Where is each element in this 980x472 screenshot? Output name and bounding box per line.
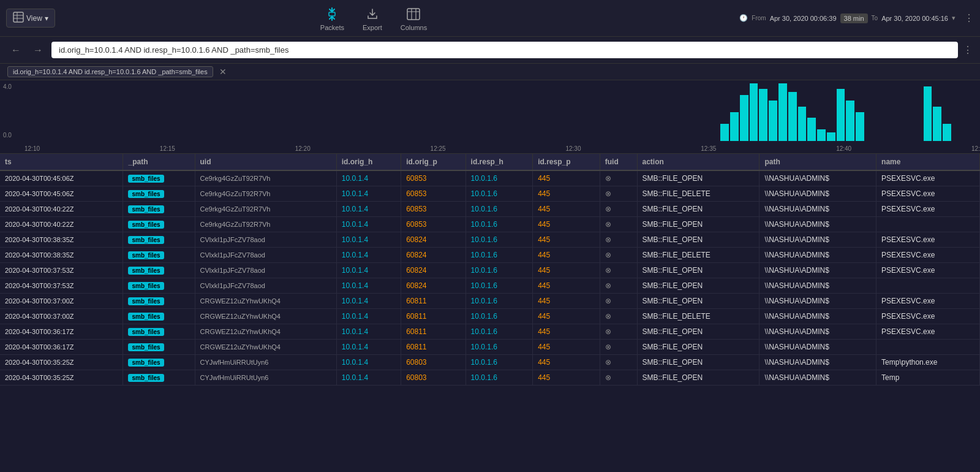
cell-spath: \\NASHUA\ADMIN$ [760,248,876,263]
duration-badge: 38 min [840,13,868,23]
col-header-resp-p[interactable]: id.resp_p [533,154,600,170]
export-button[interactable]: Export [363,6,382,31]
to-time: Apr 30, 2020 00:45:16 [881,15,948,22]
table-header-row: ts _path uid id.orig_h id.orig_p id.resp… [0,154,980,170]
cell-uid: Ce9rkg4GzZuT92R7Vh [195,186,336,202]
filter-close-button[interactable]: ✕ [217,67,229,77]
columns-icon [405,6,422,23]
cell-action: SMB::FILE_OPEN [637,355,760,370]
cell-name: PSEXESVC.exe [876,309,980,324]
table-row[interactable]: 2020-04-30T00:37:00Z smb_files CRGWEZ12u… [0,309,980,324]
cell-resp-h: 10.0.1.6 [466,170,533,186]
cell-resp-p: 445 [533,294,600,309]
col-header-uid[interactable]: uid [195,154,336,170]
cell-resp-p: 445 [533,370,600,386]
col-header-orig-p[interactable]: id.orig_p [401,154,466,170]
search-input[interactable] [51,42,958,58]
cell-ts: 2020-04-30T00:40:22Z [0,202,123,217]
col-header-path2[interactable]: path [760,154,876,170]
from-label: From [752,15,766,21]
cell-path: smb_files [123,186,195,202]
cell-action: SMB::FILE_OPEN [637,324,760,340]
chart-x-label-1220: 12:20 [295,145,311,152]
back-button[interactable]: ← [7,44,24,57]
chart-bar [740,95,748,141]
col-header-ts[interactable]: ts [0,154,123,170]
chart-bar [798,107,807,141]
table-row[interactable]: 2020-04-30T00:40:22Z smb_files Ce9rkg4Gz… [0,202,980,217]
table-row[interactable]: 2020-04-30T00:38:35Z smb_files CVlxkI1pJ… [0,232,980,248]
cell-path: smb_files [123,340,195,355]
table-row[interactable]: 2020-04-30T00:36:17Z smb_files CRGWEZ12u… [0,324,980,340]
cell-action: SMB::FILE_OPEN [637,263,760,278]
cell-uid: Ce9rkg4GzZuT92R7Vh [195,202,336,217]
chart-canvas [24,83,980,141]
forward-button[interactable]: → [29,44,47,57]
filter-tag[interactable]: id.orig_h=10.0.1.4 AND id.resp_h=10.0.1.… [7,66,213,77]
cell-fuid: ⊗ [600,324,637,340]
cell-spath: \\NASHUA\ADMIN$ [760,340,876,355]
search-more-icon[interactable]: ⋮ [963,44,973,56]
cell-resp-h: 10.0.1.6 [466,217,533,232]
chart-y-labels: 4.0 0.0 [3,83,12,139]
toolbar-right: 🕐 From Apr 30, 2020 00:06:39 38 min To A… [668,12,974,24]
table-row[interactable]: 2020-04-30T00:36:17Z smb_files CRGWEZ12u… [0,340,980,355]
toolbar-more-icon[interactable]: ⋮ [964,12,974,24]
cell-name: Temp\python.exe [876,355,980,370]
cell-orig-h: 10.0.1.4 [336,232,401,248]
cell-spath: \\NASHUA\ADMIN$ [760,294,876,309]
table-row[interactable]: 2020-04-30T00:45:06Z smb_files Ce9rkg4Gz… [0,186,980,202]
col-header-orig-h[interactable]: id.orig_h [336,154,401,170]
table-row[interactable]: 2020-04-30T00:38:35Z smb_files CVlxkI1pJ… [0,248,980,263]
chevron-down-icon-time[interactable]: ▾ [952,14,956,22]
cell-orig-p: 60811 [401,324,466,340]
chart-x-label-end: 12: [971,145,980,152]
table-row[interactable]: 2020-04-30T00:35:25Z smb_files CYJwfHmUi… [0,355,980,370]
cell-spath: \\NASHUA\ADMIN$ [760,186,876,202]
packets-button[interactable]: Packets [320,6,344,31]
cell-fuid: ⊗ [600,278,637,294]
cell-name: PSEXESVC.exe [876,186,980,202]
table-row[interactable]: 2020-04-30T00:37:53Z smb_files CVlxkI1pJ… [0,278,980,294]
col-header-fuid[interactable]: fuid [600,154,637,170]
cell-resp-p: 445 [533,324,600,340]
cell-orig-p: 60803 [401,355,466,370]
cell-orig-h: 10.0.1.4 [336,309,401,324]
cell-spath: \\NASHUA\ADMIN$ [760,278,876,294]
cell-ts: 2020-04-30T00:40:22Z [0,217,123,232]
cell-resp-h: 10.0.1.6 [466,340,533,355]
search-bar: ← → ⋮ [0,37,980,64]
cell-resp-h: 10.0.1.6 [466,248,533,263]
cell-uid: CVlxkI1pJFcZV78aod [195,263,336,278]
cell-orig-p: 60824 [401,248,466,263]
cell-orig-h: 10.0.1.4 [336,202,401,217]
col-header-action[interactable]: action [637,154,760,170]
chart-bar [856,112,864,141]
chart-bar [750,83,758,141]
table-row[interactable]: 2020-04-30T00:35:25Z smb_files CYJwfHmUi… [0,370,980,386]
cell-resp-h: 10.0.1.6 [466,202,533,217]
cell-path: smb_files [123,170,195,186]
chart-bar [769,101,777,141]
chart-bar [846,101,854,141]
table-row[interactable]: 2020-04-30T00:37:53Z smb_files CVlxkI1pJ… [0,263,980,278]
chart-bar [827,132,835,141]
col-header-path[interactable]: _path [123,154,195,170]
chevron-down-icon: ▾ [45,14,48,23]
cell-resp-h: 10.0.1.6 [466,186,533,202]
table-row[interactable]: 2020-04-30T00:40:22Z smb_files Ce9rkg4Gz… [0,217,980,232]
cell-spath: \\NASHUA\ADMIN$ [760,263,876,278]
col-header-resp-h[interactable]: id.resp_h [466,154,533,170]
chart-bar [778,83,787,141]
cell-action: SMB::FILE_DELETE [637,248,760,263]
columns-button[interactable]: Columns [401,6,427,31]
view-button[interactable]: View ▾ [6,9,55,28]
cell-orig-h: 10.0.1.4 [336,170,401,186]
from-time: Apr 30, 2020 00:06:39 [770,15,837,22]
cell-spath: \\NASHUA\ADMIN$ [760,170,876,186]
col-header-name[interactable]: name [876,154,980,170]
table-row[interactable]: 2020-04-30T00:37:00Z smb_files CRGWEZ12u… [0,294,980,309]
cell-uid: CRGWEZ12uZYhwUKhQ4 [195,324,336,340]
chart-x-labels: 12:10 12:15 12:20 12:25 12:30 12:35 12:4… [24,145,980,152]
table-row[interactable]: 2020-04-30T00:45:06Z smb_files Ce9rkg4Gz… [0,170,980,186]
